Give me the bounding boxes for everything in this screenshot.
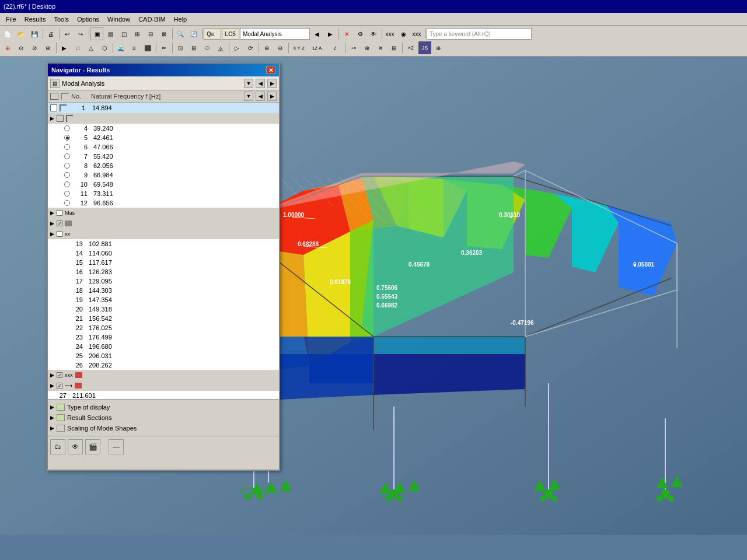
radio-8[interactable] — [64, 163, 70, 169]
xyz-btn[interactable]: X Y Z — [290, 41, 308, 54]
expand-scaling[interactable]: ▶ — [50, 425, 54, 431]
nav-prev-arrow[interactable]: ◀ — [256, 79, 265, 88]
row-24[interactable]: 24 196.680 — [48, 342, 279, 351]
menu-help[interactable]: Help — [170, 15, 191, 24]
close-button[interactable]: ✕ — [266, 66, 275, 74]
struct3-btn[interactable]: ⊘ — [28, 41, 41, 54]
row-5[interactable]: 5 42.461 — [48, 133, 279, 142]
row-20[interactable]: 20 149.318 — [48, 304, 279, 314]
open-btn[interactable]: 📂 — [15, 27, 27, 40]
view1-btn[interactable]: ▣ — [90, 27, 103, 40]
radio-5[interactable] — [64, 135, 70, 141]
check-xx[interactable] — [57, 231, 62, 237]
row-25[interactable]: 25 206.031 — [48, 351, 279, 360]
xyz3-btn[interactable]: Z — [326, 41, 344, 54]
row-11[interactable]: 11 73.311 — [48, 189, 279, 198]
view6-btn[interactable]: ⊠ — [158, 27, 170, 40]
vis2-btn[interactable]: ≡ — [128, 41, 141, 54]
row-8[interactable]: 8 62.056 — [48, 161, 279, 170]
row-18[interactable]: 18 144.303 — [48, 286, 279, 295]
menu-file[interactable]: File — [2, 15, 20, 24]
eye-icon-btn[interactable]: 👁 — [68, 439, 83, 454]
struct4-btn[interactable]: ⊛ — [41, 41, 54, 54]
redo-btn[interactable]: ↪ — [74, 27, 87, 40]
group-row-expand[interactable]: ▶ — [48, 113, 279, 124]
check-27[interactable]: ✓ — [57, 383, 62, 388]
navigator-icon-btn[interactable]: 🗂 — [50, 439, 65, 454]
type-of-display-item[interactable]: ▶ Type of display — [50, 402, 277, 412]
menu-options[interactable]: Options — [74, 15, 103, 24]
disp3-btn[interactable]: △ — [85, 41, 97, 54]
prev-result[interactable]: ◀ — [310, 27, 323, 40]
anim2-btn[interactable]: ⟳ — [244, 41, 257, 54]
render1-btn[interactable]: ✏ — [158, 41, 170, 54]
selected-row-1[interactable]: 1 14.894 — [48, 103, 279, 113]
nav-dropdown-arrow[interactable]: ▼ — [244, 79, 253, 88]
row-26[interactable]: 26 208.262 — [48, 360, 279, 370]
analysis-dropdown[interactable]: Modal Analysis — [240, 28, 310, 40]
print-btn[interactable]: 🖨 — [44, 27, 57, 40]
cross-btn[interactable]: ✕ — [340, 27, 353, 40]
radio-11[interactable] — [64, 191, 70, 197]
disp4-btn[interactable]: ⬡ — [98, 41, 111, 54]
next-result[interactable]: ▶ — [324, 27, 337, 40]
filter2-btn[interactable]: ⊖ — [274, 41, 287, 54]
new-btn[interactable]: 📄 — [1, 27, 14, 40]
vis1-btn[interactable]: 🌊 — [114, 41, 127, 54]
xyz2-btn[interactable]: 1Z A — [308, 41, 326, 54]
clip4-btn[interactable]: ◬ — [214, 41, 227, 54]
filter1-btn[interactable]: ⊕ — [260, 41, 273, 54]
nav-next-arrow[interactable]: ▶ — [267, 79, 277, 88]
frequency-list[interactable]: ▶ 4 39.240 5 42.461 6 47.066 — [48, 113, 279, 399]
group-checked[interactable]: ▶ ✓ — [48, 218, 279, 229]
zoom-btn[interactable]: 🔍 — [174, 27, 187, 40]
check-mas[interactable] — [57, 210, 62, 216]
check-2[interactable]: ✓ — [57, 220, 62, 226]
row-13[interactable]: 13 102.881 — [48, 239, 279, 249]
check-26[interactable]: ✓ — [57, 372, 62, 378]
js-btn[interactable]: JS — [418, 41, 431, 54]
radio-12[interactable] — [64, 200, 70, 206]
row-7[interactable]: 7 55.420 — [48, 152, 279, 161]
row-27[interactable]: 27 211.601 — [48, 391, 279, 399]
row-15[interactable]: 15 117.617 — [48, 258, 279, 267]
view4-btn[interactable]: ⊞ — [131, 27, 144, 40]
disp2-btn[interactable]: □ — [71, 41, 84, 54]
row-6[interactable]: 6 47.066 — [48, 142, 279, 152]
minus-icon-btn[interactable]: — — [109, 439, 124, 454]
group-mas[interactable]: ▶ Mas — [48, 208, 279, 218]
group-row-26[interactable]: ▶ ✓ xxx — [48, 370, 279, 380]
view3-btn[interactable]: ◫ — [117, 27, 130, 40]
settings-btn[interactable]: ⚙ — [354, 27, 366, 40]
op1-btn[interactable]: +× — [347, 41, 360, 54]
radio-4[interactable] — [64, 125, 70, 131]
group-checkbox-1[interactable] — [57, 115, 64, 122]
clip2-btn[interactable]: ⊞ — [187, 41, 200, 54]
save-btn[interactable]: 💾 — [28, 27, 41, 40]
expand-type-display[interactable]: ▶ — [50, 404, 54, 410]
rotate-btn[interactable]: 🔄 — [187, 27, 200, 40]
result-sections-item[interactable]: ▶ Result Sections — [50, 412, 277, 423]
more1-btn[interactable]: xxx — [383, 27, 396, 40]
eye-visible-btn[interactable]: 👁 — [367, 27, 380, 40]
menu-window[interactable]: Window — [104, 15, 134, 24]
group-xx[interactable]: ▶ xx — [48, 229, 279, 239]
table-prev[interactable]: ◀ — [256, 92, 265, 101]
row-19[interactable]: 19 147.354 — [48, 295, 279, 304]
clip1-btn[interactable]: ⊡ — [174, 41, 187, 54]
row-17[interactable]: 17 129.095 — [48, 276, 279, 286]
row-21[interactable]: 21 156.542 — [48, 314, 279, 323]
undo-btn[interactable]: ↩ — [61, 27, 74, 40]
row-9[interactable]: 9 66.984 — [48, 170, 279, 180]
x2-btn[interactable]: ×2 — [404, 41, 418, 54]
row-14[interactable]: 14 114.060 — [48, 249, 279, 258]
vis3-btn[interactable]: ⬛ — [141, 41, 154, 54]
row-22[interactable]: 22 176.025 — [48, 323, 279, 332]
view5-btn[interactable]: ⊟ — [144, 27, 157, 40]
table-next[interactable]: ▶ — [267, 92, 277, 101]
video-icon-btn[interactable]: 🎬 — [85, 439, 100, 454]
menu-cadbim[interactable]: CAD-BIM — [135, 15, 169, 24]
anim1-btn[interactable]: ▷ — [231, 41, 243, 54]
more2-btn[interactable]: ◉ — [397, 27, 410, 40]
search-box[interactable]: Type a keyword (Alt+Q) — [427, 28, 532, 40]
